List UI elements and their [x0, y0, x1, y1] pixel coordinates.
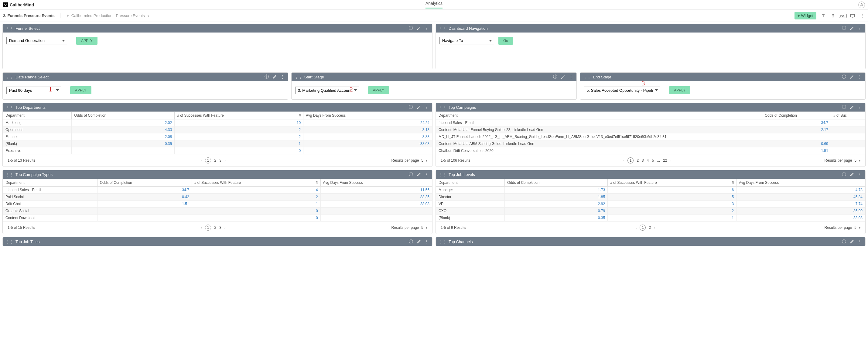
- drag-handle-icon[interactable]: ⋮⋮: [439, 105, 447, 110]
- col-days[interactable]: Avg Days From Success: [320, 179, 432, 187]
- rpp-value[interactable]: 5: [854, 225, 857, 230]
- start-stage-select[interactable]: 3: Marketing Qualified Account: [295, 87, 359, 94]
- page-2[interactable]: 2: [214, 225, 216, 230]
- info-icon[interactable]: ⓘ: [842, 172, 846, 177]
- edit-icon[interactable]: [416, 172, 421, 177]
- rpp-value[interactable]: 5: [421, 225, 423, 230]
- panel-menu-icon[interactable]: ⋮: [424, 26, 429, 31]
- edit-icon[interactable]: [561, 74, 565, 79]
- chevron-down-icon[interactable]: ▾: [426, 159, 427, 162]
- chevron-down-icon[interactable]: ▾: [859, 226, 860, 230]
- filter-icon[interactable]: [830, 13, 836, 19]
- info-icon[interactable]: ⓘ: [408, 105, 413, 110]
- panel-menu-icon[interactable]: ⋮: [857, 105, 862, 110]
- apply-button[interactable]: APPLY: [669, 86, 690, 94]
- page-1[interactable]: 1: [640, 224, 646, 231]
- chevron-down-icon[interactable]: ▾: [859, 159, 860, 162]
- col-department[interactable]: Department: [3, 179, 97, 187]
- date-range-select[interactable]: Past 90 days: [6, 87, 61, 94]
- edit-icon[interactable]: [272, 74, 277, 79]
- col-department[interactable]: Department: [436, 179, 505, 187]
- edit-icon[interactable]: [416, 239, 421, 244]
- chevron-down-icon[interactable]: ▾: [426, 226, 427, 230]
- edit-icon[interactable]: [849, 172, 854, 177]
- info-icon[interactable]: ⓘ: [842, 26, 846, 31]
- next-page-icon[interactable]: ›: [654, 225, 655, 230]
- edit-icon[interactable]: [849, 105, 854, 110]
- brand-logo[interactable]: CaliberMind: [3, 2, 34, 7]
- page-2[interactable]: 2: [214, 158, 216, 162]
- prev-page-icon[interactable]: ‹: [201, 158, 202, 162]
- edit-icon[interactable]: [849, 74, 854, 79]
- col-successes[interactable]: # of Successes With Feature⇅: [608, 179, 737, 187]
- page-1[interactable]: 1: [205, 224, 211, 231]
- page-3[interactable]: 3: [219, 225, 221, 230]
- next-page-icon[interactable]: ›: [670, 158, 672, 162]
- edit-icon[interactable]: [849, 239, 854, 244]
- more-menu-icon[interactable]: ⋮: [860, 13, 865, 19]
- next-page-icon[interactable]: ›: [224, 158, 226, 162]
- edit-icon[interactable]: [416, 105, 421, 110]
- drag-handle-icon[interactable]: ⋮⋮: [6, 239, 14, 244]
- rpp-value[interactable]: 5: [854, 158, 857, 162]
- prev-page-icon[interactable]: ‹: [623, 158, 624, 162]
- col-odds[interactable]: Odds of Completion: [97, 179, 192, 187]
- text-tool-icon[interactable]: T: [820, 13, 826, 19]
- user-avatar-icon[interactable]: [858, 2, 865, 8]
- panel-menu-icon[interactable]: ⋮: [424, 239, 429, 244]
- prev-page-icon[interactable]: ‹: [201, 225, 202, 230]
- drag-handle-icon[interactable]: ⋮⋮: [439, 172, 447, 177]
- col-successes[interactable]: # of Successes With Feature⇅: [192, 179, 320, 187]
- panel-menu-icon[interactable]: ⋮: [424, 105, 429, 110]
- edit-icon[interactable]: [416, 26, 421, 31]
- page-2[interactable]: 2: [649, 225, 651, 230]
- nav-analytics[interactable]: Analytics: [426, 1, 442, 8]
- sort-desc-icon[interactable]: ⇅: [299, 113, 301, 117]
- panel-menu-icon[interactable]: ⋮: [857, 26, 862, 31]
- info-icon[interactable]: ⓘ: [842, 74, 846, 79]
- sort-desc-icon[interactable]: ⇅: [732, 181, 734, 184]
- info-icon[interactable]: ⓘ: [553, 74, 558, 79]
- end-stage-select[interactable]: 5: Sales Accepted Opportunity - Pipeli: [584, 87, 660, 94]
- prev-page-icon[interactable]: ‹: [636, 225, 637, 230]
- drag-handle-icon[interactable]: ⋮⋮: [439, 239, 447, 244]
- drag-handle-icon[interactable]: ⋮⋮: [6, 172, 14, 177]
- page-1[interactable]: 1: [205, 157, 211, 163]
- drag-handle-icon[interactable]: ⋮⋮: [6, 105, 14, 110]
- page-3[interactable]: 3: [642, 158, 644, 162]
- col-department[interactable]: Department: [436, 112, 762, 119]
- add-widget-button[interactable]: + Widget: [795, 12, 816, 20]
- info-icon[interactable]: ⓘ: [408, 172, 413, 177]
- panel-menu-icon[interactable]: ⋮: [280, 74, 285, 79]
- drag-handle-icon[interactable]: ⋮⋮: [439, 26, 447, 31]
- drag-handle-icon[interactable]: ⋮⋮: [6, 26, 14, 31]
- info-icon[interactable]: ⓘ: [842, 239, 846, 244]
- col-days[interactable]: Avg Days From Success: [303, 112, 432, 119]
- export-pdf-button[interactable]: PDF: [840, 13, 845, 19]
- panel-menu-icon[interactable]: ⋮: [568, 74, 574, 79]
- page-1[interactable]: 1: [627, 157, 633, 163]
- col-days[interactable]: Avg Days From Success: [737, 179, 865, 187]
- apply-button[interactable]: APPLY: [76, 37, 97, 45]
- info-icon[interactable]: ⓘ: [842, 105, 846, 110]
- col-odds[interactable]: Odds of Completion: [762, 112, 831, 119]
- info-icon[interactable]: ⓘ: [408, 239, 413, 244]
- panel-menu-icon[interactable]: ⋮: [424, 172, 429, 177]
- col-successes[interactable]: # of Suc: [831, 112, 865, 119]
- rpp-value[interactable]: 5: [421, 158, 423, 162]
- col-successes[interactable]: # of Successes With Feature⇅: [175, 112, 303, 119]
- info-icon[interactable]: ⓘ: [408, 26, 413, 31]
- page-5[interactable]: 5: [652, 158, 654, 162]
- edit-icon[interactable]: [849, 26, 854, 31]
- drag-handle-icon[interactable]: ⋮⋮: [294, 75, 303, 79]
- col-department[interactable]: Department: [3, 112, 72, 119]
- page-4[interactable]: 4: [647, 158, 649, 162]
- panel-menu-icon[interactable]: ⋮: [857, 239, 862, 244]
- drag-handle-icon[interactable]: ⋮⋮: [583, 75, 591, 79]
- context-selector[interactable]: Calibermind Production - Pressure Events…: [71, 13, 149, 18]
- page-22[interactable]: 22: [663, 158, 667, 162]
- col-odds[interactable]: Odds of Completion: [505, 179, 608, 187]
- panel-menu-icon[interactable]: ⋮: [857, 172, 862, 177]
- drag-handle-icon[interactable]: ⋮⋮: [6, 75, 14, 79]
- page-3[interactable]: 3: [219, 158, 221, 162]
